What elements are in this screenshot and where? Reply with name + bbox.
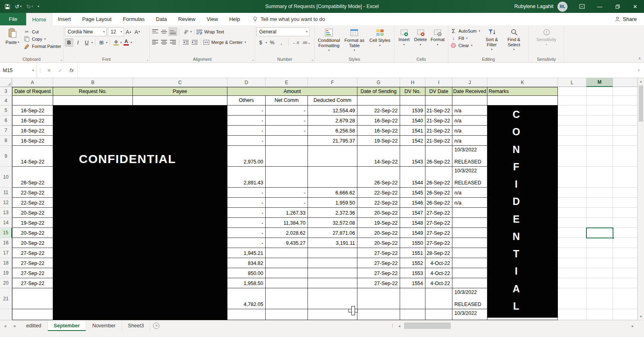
cell-H16[interactable]: 1550 — [400, 238, 425, 248]
header-cell-J[interactable]: Date Received — [452, 87, 487, 96]
cell-M11[interactable] — [586, 188, 613, 198]
horizontal-scroll-thumb[interactable] — [404, 323, 451, 329]
cell-N9[interactable] — [613, 146, 638, 167]
cell-H17[interactable]: 1551 — [400, 248, 425, 258]
middle-align-button[interactable] — [160, 27, 168, 36]
cell-A17[interactable]: 27-Sep-22 — [12, 248, 53, 258]
cell-F7[interactable]: 6,256.58 — [308, 126, 357, 136]
column-header-A[interactable]: A — [12, 78, 53, 87]
cell-E14[interactable]: 11,384.70 — [266, 218, 308, 228]
cell-G15[interactable]: 20-Sep-22 — [357, 228, 400, 238]
increase-decimal-button[interactable]: ←.0 — [291, 38, 301, 47]
column-header-C[interactable]: C — [133, 78, 227, 87]
cell-F12[interactable]: 1,959.50 — [308, 198, 357, 208]
cell-I9[interactable]: 26-Sep-22 — [425, 146, 452, 167]
cell-E9[interactable] — [266, 146, 308, 167]
cell-Gpartial[interactable] — [357, 309, 400, 320]
cell-G18[interactable]: 27-Sep-22 — [357, 258, 400, 268]
row-header-8[interactable]: 8 — [0, 136, 12, 146]
align-right-button[interactable] — [169, 38, 177, 46]
cell-L7[interactable] — [558, 126, 586, 136]
cell-D16[interactable]: - — [227, 238, 266, 248]
cell-I17[interactable]: 28-Sep-22 — [425, 248, 452, 258]
cell-N5[interactable] — [613, 105, 638, 116]
cell-I8[interactable]: 21-Sep-22 — [425, 136, 452, 146]
tab-page-layout[interactable]: Page Layout — [76, 13, 117, 25]
cell-D15[interactable]: - — [227, 228, 266, 238]
cell-M10[interactable] — [586, 167, 613, 188]
cell-M19[interactable] — [586, 268, 613, 278]
cell-F19[interactable] — [308, 268, 357, 278]
scroll-up-icon[interactable]: ▲ — [638, 78, 644, 85]
cell-L18[interactable] — [558, 258, 586, 268]
cell-F16[interactable]: 3,191.11 — [308, 238, 357, 248]
column-header-overflow[interactable] — [613, 78, 638, 87]
cell-G10[interactable]: 26-Sep-22 — [357, 167, 400, 188]
cell-G20[interactable]: 27-Sep-22 — [357, 278, 400, 288]
row-header-3[interactable]: 3 — [0, 87, 12, 96]
autosum-button[interactable]: ΣAutoSum▾ — [450, 28, 480, 34]
header-cell-K[interactable]: Remarks — [487, 87, 558, 96]
cell-E19[interactable] — [266, 268, 308, 278]
cell-A12[interactable]: 22-Sep-22 — [12, 198, 53, 208]
cell-N19[interactable] — [613, 268, 638, 278]
cell-H6[interactable]: 1540 — [400, 116, 425, 126]
header-cell-I[interactable]: DV Date — [425, 87, 452, 96]
cell-G8[interactable]: 19-Sep-22 — [357, 136, 400, 146]
cell-D10[interactable]: 2,891.43 — [227, 167, 266, 188]
undo-button[interactable]: ↺▾ — [15, 4, 21, 10]
cell-A14[interactable]: 19-Sep-22 — [12, 218, 53, 228]
cell-H12[interactable]: 1546 — [400, 198, 425, 208]
cell-Epartial[interactable] — [266, 309, 308, 320]
row-header-20[interactable]: 20 — [0, 278, 12, 288]
cell-F8[interactable]: 21,795.37 — [308, 136, 357, 146]
cell-M20[interactable] — [586, 278, 613, 288]
grow-font-button[interactable]: A▲ — [124, 28, 133, 36]
subheader-cell-K[interactable] — [487, 96, 558, 105]
cell-D20[interactable]: 1,958.50 — [227, 278, 266, 288]
cell-G16[interactable]: 20-Sep-22 — [357, 238, 400, 248]
row-header-4[interactable]: 4 — [0, 96, 12, 105]
cell-D5[interactable]: - — [227, 105, 266, 116]
conditional-formatting-button[interactable]: Conditional Formatting▾ — [317, 27, 341, 52]
header-cell-A[interactable]: Date of Request — [12, 87, 53, 96]
cell-I19[interactable]: 4-Oct-22 — [425, 268, 452, 278]
cell-Hpartial[interactable] — [400, 309, 425, 320]
cell-N8[interactable] — [613, 136, 638, 146]
cell-H20[interactable]: 1554 — [400, 278, 425, 288]
cell-G17[interactable]: 27-Sep-22 — [357, 248, 400, 258]
cell-M8[interactable] — [586, 136, 613, 146]
row-header-partial[interactable] — [0, 309, 12, 320]
column-header-J[interactable]: J — [452, 78, 487, 87]
header-cell-H[interactable]: DV No. — [400, 87, 425, 96]
row-header-16[interactable]: 16 — [0, 238, 12, 248]
cell-A5[interactable]: 16-Sep-22 — [12, 105, 53, 116]
cell-L10[interactable] — [558, 167, 586, 188]
sort-filter-button[interactable]: Sort & Filter▾ — [481, 27, 502, 51]
row-header-18[interactable]: 18 — [0, 258, 12, 268]
cell-Ipartial[interactable] — [425, 309, 452, 320]
cell-A21[interactable] — [12, 288, 53, 309]
top-align-button[interactable] — [151, 27, 159, 36]
cell-M6[interactable] — [586, 116, 613, 126]
cell-E17[interactable] — [266, 248, 308, 258]
cell-H10[interactable]: 1544 — [400, 167, 425, 188]
close-button[interactable]: ✕ — [626, 0, 644, 13]
cell-E21[interactable] — [266, 288, 308, 309]
subheader-cell-N[interactable] — [613, 96, 638, 105]
subheader-cell-E[interactable]: Net Comm — [266, 96, 308, 105]
tab-view[interactable]: View — [201, 13, 223, 25]
cell-I20[interactable]: 4-Oct-22 — [425, 278, 452, 288]
tab-insert[interactable]: Insert — [52, 13, 77, 25]
cell-Fpartial[interactable] — [308, 309, 357, 320]
sheet-nav-right-icon[interactable]: ► — [10, 320, 20, 331]
cell-I21[interactable] — [425, 288, 452, 309]
cell-L11[interactable] — [558, 188, 586, 198]
copy-button[interactable]: Copy▾ — [24, 36, 61, 42]
cell-E16[interactable]: 9,435.27 — [266, 238, 308, 248]
column-header-M[interactable]: M — [586, 78, 613, 87]
cell-M12[interactable] — [586, 198, 613, 208]
cancel-entry-button[interactable]: ✕ — [43, 63, 55, 78]
new-sheet-button[interactable]: + — [150, 320, 162, 331]
cell-H18[interactable]: 1552 — [400, 258, 425, 268]
